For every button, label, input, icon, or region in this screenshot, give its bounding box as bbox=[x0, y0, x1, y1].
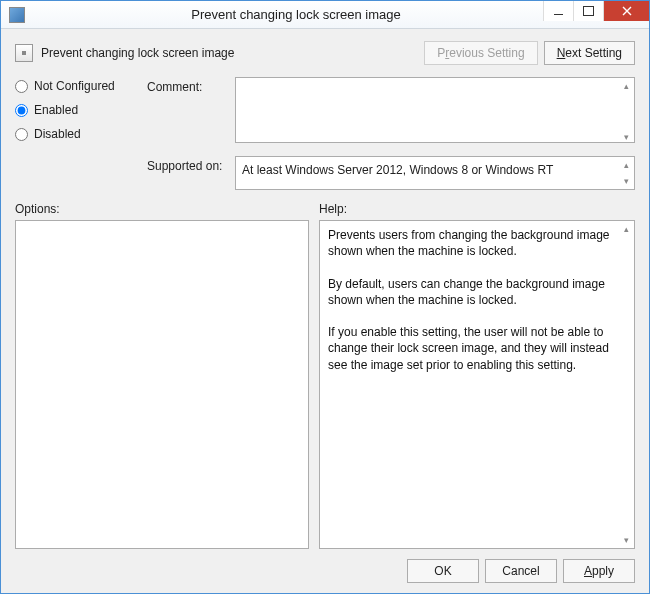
previous-setting-button[interactable]: Previous Setting bbox=[424, 41, 537, 65]
radio-disabled[interactable]: Disabled bbox=[15, 127, 135, 141]
radio-not-configured-input[interactable] bbox=[15, 80, 28, 93]
ok-button[interactable]: OK bbox=[407, 559, 479, 583]
content-area: Prevent changing lock screen image Previ… bbox=[1, 29, 649, 593]
comment-label: Comment: bbox=[147, 77, 227, 94]
comment-textarea[interactable] bbox=[235, 77, 635, 143]
next-setting-button[interactable]: Next Setting bbox=[544, 41, 635, 65]
mid-labels: Options: Help: bbox=[15, 202, 635, 216]
radio-enabled[interactable]: Enabled bbox=[15, 103, 135, 117]
app-icon bbox=[9, 7, 25, 23]
titlebar[interactable]: Prevent changing lock screen image bbox=[1, 1, 649, 29]
panes: Prevents users from changing the backgro… bbox=[15, 220, 635, 549]
close-button[interactable] bbox=[603, 1, 649, 21]
header-row: Prevent changing lock screen image Previ… bbox=[15, 41, 635, 65]
help-pane[interactable]: Prevents users from changing the backgro… bbox=[319, 220, 635, 549]
options-label: Options: bbox=[15, 202, 319, 216]
state-radios: Not Configured Enabled Disabled bbox=[15, 77, 135, 190]
help-label: Help: bbox=[319, 202, 347, 216]
dialog-window: Prevent changing lock screen image Preve… bbox=[0, 0, 650, 594]
supported-on-value: At least Windows Server 2012, Windows 8 … bbox=[235, 156, 635, 190]
window-controls bbox=[543, 1, 649, 21]
top-grid: Not Configured Enabled Disabled Comment: bbox=[15, 77, 635, 190]
policy-title: Prevent changing lock screen image bbox=[41, 46, 424, 60]
fields: Comment: ▴ ▾ Supported on: At least Wind… bbox=[147, 77, 635, 190]
policy-icon bbox=[15, 44, 33, 62]
footer: OK Cancel Apply bbox=[15, 549, 635, 583]
cancel-button[interactable]: Cancel bbox=[485, 559, 557, 583]
minimize-button[interactable] bbox=[543, 1, 573, 21]
radio-enabled-input[interactable] bbox=[15, 104, 28, 117]
supported-on-label: Supported on: bbox=[147, 156, 227, 173]
radio-disabled-input[interactable] bbox=[15, 128, 28, 141]
maximize-button[interactable] bbox=[573, 1, 603, 21]
radio-not-configured[interactable]: Not Configured bbox=[15, 79, 135, 93]
window-title: Prevent changing lock screen image bbox=[33, 7, 559, 22]
options-pane bbox=[15, 220, 309, 549]
apply-button[interactable]: Apply bbox=[563, 559, 635, 583]
